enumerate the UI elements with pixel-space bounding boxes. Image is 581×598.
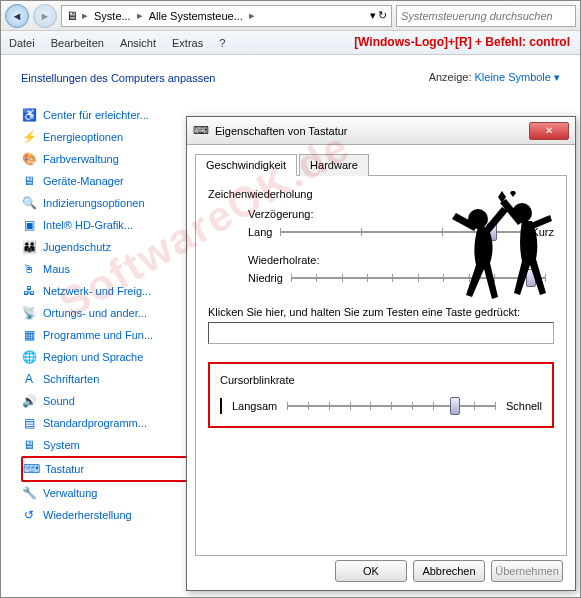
item-label: Jugendschutz (43, 241, 111, 253)
group-char-repeat: Zeichenwiederholung (208, 188, 554, 200)
refresh-icon[interactable]: ↻ (378, 9, 387, 22)
item-icon: 👪 (21, 239, 37, 255)
computer-icon: 🖥 (66, 9, 78, 23)
dialog-tabs: Geschwindigkeit Hardware (195, 153, 567, 176)
annotation-hint: [Windows-Logo]+[R] + Befehl: control (354, 35, 570, 49)
item-icon: 🔧 (21, 485, 37, 501)
apply-button[interactable]: Übernehmen (491, 560, 563, 582)
item-icon: 🖥 (21, 173, 37, 189)
item-label: Region und Sprache (43, 351, 143, 363)
menu-view[interactable]: Ansicht (120, 37, 156, 49)
tab-speed[interactable]: Geschwindigkeit (195, 154, 297, 176)
item-label: Intel® HD-Grafik... (43, 219, 133, 231)
item-label: Maus (43, 263, 70, 275)
nav-back-button[interactable]: ◄ (5, 4, 29, 28)
chevron-right-icon: ▸ (247, 9, 257, 22)
item-icon: ▦ (21, 327, 37, 343)
delay-min-label: Lang (248, 226, 272, 238)
item-icon: ▣ (21, 217, 37, 233)
item-label: Sound (43, 395, 75, 407)
item-label: Wiederherstellung (43, 509, 132, 521)
item-label: Geräte-Manager (43, 175, 124, 187)
dialog-titlebar[interactable]: ⌨ Eigenschaften von Tastatur ✕ (187, 117, 575, 145)
item-label: Schriftarten (43, 373, 99, 385)
item-icon: ↺ (21, 507, 37, 523)
group-cursor-blink: Cursorblinkrate (220, 374, 542, 386)
item-label: Ortungs- und ander... (43, 307, 147, 319)
breadcrumb-seg[interactable]: Alle Systemsteue... (147, 10, 245, 22)
item-icon: 🖱 (21, 261, 37, 277)
blink-max-label: Schnell (506, 400, 542, 412)
item-icon: ▤ (21, 415, 37, 431)
item-label: Farbverwaltung (43, 153, 119, 165)
item-icon: ♿ (21, 107, 37, 123)
rate-min-label: Niedrig (248, 272, 283, 284)
cancel-button[interactable]: Abbrechen (413, 560, 485, 582)
cursor-preview (220, 398, 222, 414)
page-title: Einstellungen des Computers anpassen (21, 72, 215, 84)
item-label: Indizierungsoptionen (43, 197, 145, 209)
delay-slider[interactable] (280, 222, 523, 242)
ok-button[interactable]: OK (335, 560, 407, 582)
address-bar[interactable]: 🖥 ▸ Syste... ▸ Alle Systemsteue... ▸ ▾ ↻ (61, 5, 392, 27)
delay-label: Verzögerung: (248, 208, 554, 220)
nav-forward-button[interactable]: ► (33, 4, 57, 28)
item-icon: ⌨ (23, 461, 39, 477)
item-label: System (43, 439, 80, 451)
view-mode-dropdown[interactable]: Kleine Symbole ▾ (475, 71, 561, 83)
item-icon: 🎨 (21, 151, 37, 167)
item-label: Standardprogramm... (43, 417, 147, 429)
search-input[interactable] (396, 5, 576, 27)
keyboard-properties-dialog: ⌨ Eigenschaften von Tastatur ✕ Geschwind… (186, 116, 576, 591)
item-icon: 🖧 (21, 283, 37, 299)
blink-slider[interactable] (287, 396, 496, 416)
dialog-title: Eigenschaften von Tastatur (215, 125, 523, 137)
chevron-right-icon: ▸ (80, 9, 90, 22)
close-button[interactable]: ✕ (529, 122, 569, 140)
item-label: Center für erleichter... (43, 109, 149, 121)
item-icon: 📡 (21, 305, 37, 321)
menu-help[interactable]: ? (219, 37, 225, 49)
test-label: Klicken Sie hier, und halten Sie zum Tes… (208, 306, 554, 318)
item-label: Netzwerk- und Freig... (43, 285, 151, 297)
item-icon: 🌐 (21, 349, 37, 365)
menu-edit[interactable]: Bearbeiten (51, 37, 104, 49)
rate-label: Wiederholrate: (248, 254, 554, 266)
view-label: Anzeige: (429, 71, 472, 83)
repeat-test-input[interactable] (208, 322, 554, 344)
menu-extras[interactable]: Extras (172, 37, 203, 49)
chevron-right-icon: ▸ (135, 9, 145, 22)
blink-min-label: Langsam (232, 400, 277, 412)
item-label: Energieoptionen (43, 131, 123, 143)
dropdown-icon[interactable]: ▾ (370, 9, 376, 22)
item-icon: ⚡ (21, 129, 37, 145)
menu-file[interactable]: Datei (9, 37, 35, 49)
item-icon: 🖥 (21, 437, 37, 453)
keyboard-icon: ⌨ (193, 124, 209, 137)
item-label: Tastatur (45, 463, 84, 475)
cursor-blink-group-highlight: Cursorblinkrate Langsam Schnell (208, 362, 554, 428)
delay-max-label: Kurz (531, 226, 554, 238)
tab-hardware[interactable]: Hardware (299, 154, 369, 176)
item-icon: A (21, 371, 37, 387)
window-titlebar: ◄ ► 🖥 ▸ Syste... ▸ Alle Systemsteue... ▸… (1, 1, 580, 31)
item-icon: 🔊 (21, 393, 37, 409)
item-icon: 🔍 (21, 195, 37, 211)
item-label: Programme und Fun... (43, 329, 153, 341)
breadcrumb-seg[interactable]: Syste... (92, 10, 133, 22)
item-label: Verwaltung (43, 487, 97, 499)
rate-slider[interactable] (291, 268, 546, 288)
